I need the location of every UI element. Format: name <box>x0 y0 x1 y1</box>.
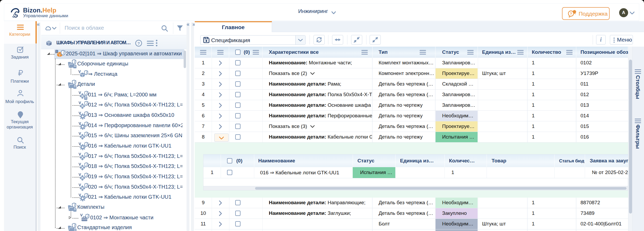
svg-text:?: ? <box>570 12 572 16</box>
svg-text:?: ? <box>137 41 140 46</box>
